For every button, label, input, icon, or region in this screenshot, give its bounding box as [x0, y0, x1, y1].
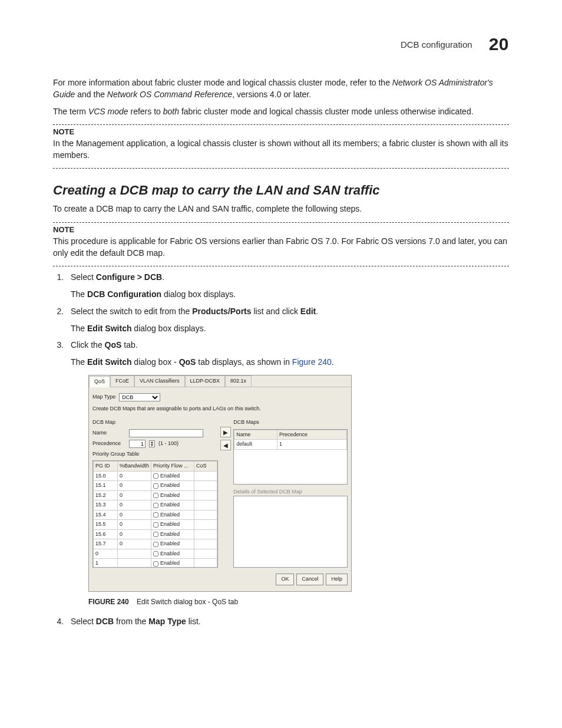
step-4: Select DCB from the Map Type list.	[66, 615, 509, 628]
header-title: DCB configuration	[401, 39, 472, 50]
edit-switch-dialog: QoS FCoE VLAN Classifiers LLDP-DCBX 802.…	[88, 375, 352, 592]
precedence-range: (1 - 100)	[158, 440, 178, 448]
pg-col-pgid[interactable]: PG ID	[94, 462, 118, 472]
map-type-label: Map Type	[92, 393, 115, 401]
left-panel-title: DCB Map	[92, 419, 218, 427]
section-intro: To create a DCB map to carry the LAN and…	[53, 203, 509, 215]
chapter-number: 20	[489, 34, 509, 54]
table-row[interactable]: 15.50Enabled	[94, 520, 217, 530]
pg-table-title: Priority Group Table	[92, 450, 218, 459]
paragraph-intro1: For more information about fabric cluste…	[53, 77, 509, 101]
step-1-sub: The DCB Configuration dialog box display…	[71, 288, 509, 300]
panel-right: DCB Maps Name Precedence	[233, 416, 348, 568]
note2-divider-bottom	[53, 266, 509, 266]
pf-checkbox[interactable]	[153, 542, 158, 547]
dialog-panels: DCB Map Name Precedence ▲	[92, 416, 348, 568]
table-row[interactable]: 15.70Enabled	[94, 539, 217, 549]
content: For more information about fabric cluste…	[53, 77, 509, 628]
dcb-maps-table: Name Precedence default 1	[234, 430, 347, 450]
step-3-sub: The Edit Switch dialog box - QoS tab dis…	[71, 356, 509, 368]
maps-col-prec[interactable]: Precedence	[277, 430, 347, 440]
step-1: Select Configure > DCB. The DCB Configur…	[66, 271, 509, 300]
table-row[interactable]: 15.10Enabled	[94, 481, 217, 491]
chevron-left-icon: ◀	[223, 441, 228, 450]
page: DCB configuration 20 For more informatio…	[0, 0, 562, 728]
tab-vlan-classifiers[interactable]: VLAN Classifiers	[134, 375, 185, 387]
note2-divider-top	[53, 222, 509, 223]
note2-label: NOTE	[53, 225, 509, 234]
table-row[interactable]: default 1	[234, 440, 347, 450]
pg-header-row: PG ID %Bandwidth Priority Flow ... CoS	[94, 462, 217, 472]
cancel-button[interactable]: Cancel	[296, 574, 323, 585]
pg-col-bw[interactable]: %Bandwidth	[118, 462, 151, 472]
precedence-field[interactable]	[129, 440, 146, 448]
step-2-sub: The Edit Switch dialog box displays.	[71, 322, 509, 334]
maps-header-row: Name Precedence	[234, 430, 347, 440]
arrow-column: ▶ ◀	[220, 416, 231, 568]
details-label: Details of Selected DCB Map	[233, 488, 348, 496]
dialog-tabs: QoS FCoE VLAN Classifiers LLDP-DCBX 802.…	[89, 375, 351, 387]
spin-down-icon[interactable]: ▼	[150, 444, 154, 447]
note-label: NOTE	[53, 127, 509, 136]
note-text: In the Management application, a logical…	[53, 137, 509, 162]
dialog-desc: Create DCB Maps that are assignable to p…	[92, 405, 348, 413]
help-button[interactable]: Help	[326, 574, 348, 585]
ok-button[interactable]: OK	[276, 574, 294, 585]
precedence-row: Precedence ▲ ▼ (1 - 100)	[92, 440, 218, 448]
figure-link[interactable]: Figure 240	[292, 357, 332, 367]
table-row[interactable]: 15.30Enabled	[94, 500, 217, 510]
pf-checkbox[interactable]	[153, 493, 158, 498]
name-row: Name	[92, 429, 218, 437]
pg-table-box: PG ID %Bandwidth Priority Flow ... CoS 1…	[92, 460, 218, 568]
paragraph-intro2: The term VCS mode refers to both fabric …	[53, 106, 509, 117]
table-row[interactable]: 0Enabled	[94, 549, 217, 559]
tab-fcoe[interactable]: FCoE	[110, 375, 134, 387]
pg-col-pf[interactable]: Priority Flow ...	[151, 462, 194, 472]
note-divider-top	[53, 124, 509, 125]
panel-left: DCB Map Name Precedence ▲	[92, 416, 218, 568]
table-row[interactable]: 15.60Enabled	[94, 529, 217, 539]
pf-checkbox[interactable]	[153, 503, 158, 508]
pf-checkbox[interactable]	[153, 561, 158, 566]
map-type-select[interactable]: DCB	[119, 393, 160, 401]
map-type-row: Map Type DCB	[92, 393, 348, 401]
pf-checkbox[interactable]	[153, 532, 158, 537]
right-panel-title: DCB Maps	[233, 419, 348, 427]
dialog-footer: OK Cancel Help	[92, 574, 348, 585]
dcb-maps-box: Name Precedence default 1	[233, 429, 348, 485]
pg-col-cos[interactable]: CoS	[194, 462, 217, 472]
details-box	[233, 496, 348, 568]
step-3: Click the QoS tab. The Edit Switch dialo…	[66, 339, 509, 607]
pg-table: PG ID %Bandwidth Priority Flow ... CoS 1…	[93, 461, 217, 568]
tab-lldp-dcbx[interactable]: LLDP-DCBX	[185, 375, 226, 387]
table-row[interactable]: 1Enabled	[94, 559, 217, 568]
move-left-button[interactable]: ◀	[220, 440, 231, 450]
page-header: DCB configuration 20	[401, 34, 509, 54]
note-divider-bottom	[53, 168, 509, 169]
figure-caption: FIGURE 240 Edit Switch dialog box - QoS …	[88, 597, 509, 607]
pf-checkbox[interactable]	[153, 473, 158, 479]
pf-checkbox[interactable]	[153, 522, 158, 528]
table-row[interactable]: 15.40Enabled	[94, 510, 217, 520]
precedence-spinner[interactable]: ▲ ▼	[149, 440, 155, 447]
pf-checkbox[interactable]	[153, 551, 158, 556]
maps-col-name[interactable]: Name	[234, 430, 277, 440]
section-heading: Creating a DCB map to carry the LAN and …	[53, 183, 509, 198]
chevron-right-icon: ▶	[223, 428, 228, 437]
step-2: Select the switch to edit from the Produ…	[66, 305, 509, 334]
pf-checkbox[interactable]	[153, 483, 158, 489]
pf-checkbox[interactable]	[153, 512, 158, 518]
note2-text: This procedure is applicable for Fabric …	[53, 235, 509, 259]
dialog-body: Map Type DCB Create DCB Maps that are as…	[89, 387, 351, 591]
move-right-button[interactable]: ▶	[220, 427, 231, 437]
table-row[interactable]: 15.20Enabled	[94, 490, 217, 500]
name-field[interactable]	[129, 429, 203, 437]
name-label: Name	[92, 429, 125, 437]
precedence-label: Precedence	[92, 440, 125, 448]
tab-8021x[interactable]: 802.1x	[225, 375, 252, 387]
table-row[interactable]: 15.00Enabled	[94, 471, 217, 481]
steps-list: Select Configure > DCB. The DCB Configur…	[53, 271, 509, 627]
tab-qos[interactable]: QoS	[89, 376, 110, 387]
